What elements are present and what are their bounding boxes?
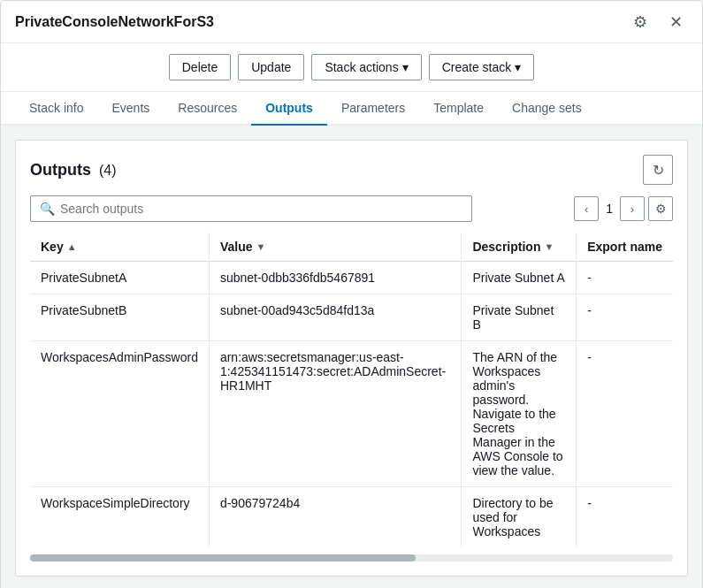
scrollbar-thumb [30, 554, 416, 561]
sort-asc-icon: ▲ [67, 241, 77, 252]
window-title: PrivateConsoleNetworkForS3 [15, 14, 214, 30]
title-bar: PrivateConsoleNetworkForS3 ⚙ ✕ [1, 1, 702, 43]
create-stack-button[interactable]: Create stack ▾ [429, 54, 535, 80]
table-row: WorkspacesAdminPassword arn:aws:secretsm… [30, 341, 673, 487]
cell-description: Private Subnet B [462, 294, 577, 341]
update-button[interactable]: Update [238, 54, 304, 80]
cell-value: subnet-0dbb336fdb5467891 [209, 262, 462, 294]
tab-resources[interactable]: Resources [164, 92, 251, 126]
tab-stack-info[interactable]: Stack info [15, 92, 97, 126]
tab-template[interactable]: Template [419, 92, 498, 126]
cell-description: Private Subnet A [462, 262, 577, 294]
cell-key: PrivateSubnetB [30, 294, 209, 341]
close-button[interactable]: ✕ [663, 10, 688, 34]
cell-value: arn:aws:secretsmanager:us-east-1:4253411… [209, 341, 462, 487]
search-icon: 🔍 [40, 202, 55, 216]
cell-description: The ARN of the Workspaces admin's passwo… [462, 341, 577, 487]
table-settings-button[interactable]: ⚙ [648, 196, 673, 221]
tab-events[interactable]: Events [97, 92, 164, 126]
outputs-panel: Outputs (4) ↻ 🔍 ‹ 1 › ⚙ [15, 140, 688, 577]
main-window: PrivateConsoleNetworkForS3 ⚙ ✕ Delete Up… [0, 0, 703, 588]
cell-key: WorkspacesAdminPassword [30, 341, 209, 487]
cell-export-name: - [577, 294, 673, 341]
table-header-row: Key ▲ Value ▼ Descriptio [30, 233, 673, 262]
col-header-value[interactable]: Value ▼ [209, 233, 462, 262]
tab-parameters[interactable]: Parameters [327, 92, 419, 126]
delete-button[interactable]: Delete [169, 54, 231, 80]
cell-export-name: - [577, 487, 673, 548]
panel-header: Outputs (4) ↻ [30, 155, 673, 185]
toolbar: Delete Update Stack actions ▾ Create sta… [1, 43, 702, 92]
table-row: WorkspaceSimpleDirectory d-90679724b4 Di… [30, 487, 673, 548]
tab-outputs[interactable]: Outputs [251, 92, 327, 126]
search-input-wrap[interactable]: 🔍 [30, 195, 472, 222]
table-row: PrivateSubnetB subnet-00ad943c5d84fd13a … [30, 294, 673, 341]
sort-desc-icon: ▼ [544, 241, 554, 252]
cell-export-name: - [577, 262, 673, 294]
cell-value: subnet-00ad943c5d84fd13a [209, 294, 462, 341]
table-row: PrivateSubnetA subnet-0dbb336fdb5467891 … [30, 262, 673, 294]
page-next-button[interactable]: › [620, 196, 645, 221]
cell-export-name: - [577, 341, 673, 487]
stack-actions-button[interactable]: Stack actions ▾ [311, 54, 421, 80]
page-number: 1 [602, 202, 616, 216]
sort-desc-icon: ▼ [256, 241, 266, 252]
pagination: ‹ 1 › ⚙ [574, 196, 673, 221]
chevron-down-icon: ▾ [402, 60, 409, 74]
cell-value: d-90679724b4 [209, 487, 462, 548]
panel-title: Outputs (4) [30, 161, 117, 179]
col-header-description[interactable]: Description ▼ [462, 233, 577, 262]
cell-description: Directory to be used for Workspaces [462, 487, 577, 548]
col-header-export-name: Export name [577, 233, 673, 262]
settings-icon-button[interactable]: ⚙ [628, 10, 653, 34]
col-header-key[interactable]: Key ▲ [30, 233, 209, 262]
cell-key: WorkspaceSimpleDirectory [30, 487, 209, 548]
search-bar: 🔍 ‹ 1 › ⚙ [30, 195, 673, 222]
search-input[interactable] [60, 202, 462, 216]
outputs-table: Key ▲ Value ▼ Descriptio [30, 233, 673, 547]
chevron-down-icon: ▾ [515, 60, 521, 74]
refresh-button[interactable]: ↻ [643, 155, 673, 185]
tab-bar: Stack info Events Resources Outputs Para… [1, 92, 702, 126]
tab-change-sets[interactable]: Change sets [498, 92, 596, 126]
horizontal-scrollbar[interactable] [30, 554, 673, 561]
cell-key: PrivateSubnetA [30, 262, 209, 294]
title-bar-actions: ⚙ ✕ [628, 10, 688, 34]
page-prev-button[interactable]: ‹ [574, 196, 599, 221]
content-area: Outputs (4) ↻ 🔍 ‹ 1 › ⚙ [1, 126, 702, 588]
